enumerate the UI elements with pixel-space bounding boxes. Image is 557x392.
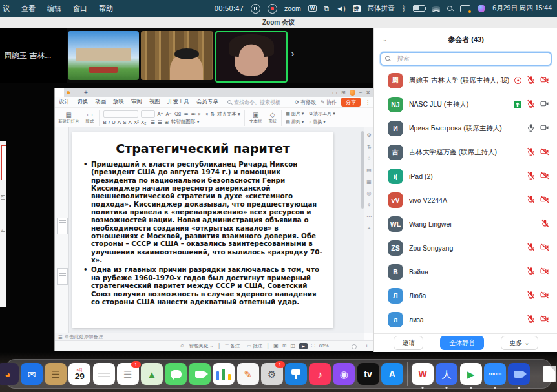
volume-icon[interactable]: ◄) [336, 5, 346, 12]
participant-row[interactable]: ллиза [374, 307, 557, 331]
mic-muted-icon[interactable] [527, 314, 535, 325]
collaborate-button[interactable]: ✎ 协作 [321, 99, 337, 106]
indent-icons[interactable]: ⇤ ⇥ [198, 111, 208, 117]
participant-search-input[interactable]: 搜索 [380, 52, 552, 66]
align-left-icon[interactable]: ☰ [151, 119, 155, 125]
modified-status[interactable]: ⟳ 有修改 [295, 99, 316, 106]
video-tile-campus[interactable] [68, 31, 139, 80]
frame-icon[interactable]: ✧ [367, 202, 372, 208]
star-icon[interactable]: ☆ [366, 156, 371, 161]
smart-graphic-button[interactable]: 转智能图形 ▾ [171, 119, 199, 125]
transitions-icon[interactable]: ⇅ [367, 144, 372, 150]
camera-on-icon[interactable] [540, 99, 549, 110]
slide-thumbnail-pane[interactable] [55, 127, 69, 333]
video-tile-books[interactable] [141, 31, 213, 80]
dock-icon-keynote[interactable] [285, 363, 307, 385]
ribbon-tab-1[interactable]: 切换 [77, 98, 88, 106]
dock-icon-file-doc[interactable] [538, 363, 557, 385]
arrange-button[interactable]: ▤ 排列 ▾ [286, 119, 304, 125]
mic-muted-icon[interactable] [527, 170, 535, 182]
more-menu-icon[interactable]: ⋮ [365, 99, 370, 105]
format-mark-6[interactable]: X² [134, 119, 139, 125]
participant-row[interactable]: 周周婉玉 吉林大学 (联席主持人, 我) [374, 68, 557, 92]
format-mark-0[interactable]: B [103, 119, 107, 125]
zoom-out-button[interactable]: − [333, 343, 336, 349]
line-spacing-icon[interactable]: ⇅ [211, 111, 215, 117]
pause-recording-button[interactable] [251, 4, 260, 14]
slideshow-play-button[interactable]: ▶ [299, 343, 308, 349]
menu-item-0[interactable]: 议 [3, 4, 10, 14]
ribbon-tab-3[interactable]: 放映 [113, 98, 124, 106]
wps-menubar-icon[interactable]: W [308, 5, 317, 12]
ribbon-tab-4[interactable]: 审阅 [131, 98, 142, 106]
next-videos-arrow[interactable]: › [291, 48, 295, 59]
properties-icon[interactable]: ⚙ [366, 132, 371, 138]
dock-icon-tv[interactable]: tv [357, 363, 379, 385]
bullet-list-icon[interactable]: ≔ [184, 111, 189, 117]
participant-row[interactable]: i(iPad (2) [374, 164, 557, 188]
menu-item-3[interactable]: 窗口 [73, 4, 87, 14]
spotlight-search-icon[interactable] [447, 6, 453, 12]
participant-row[interactable]: 吉吉林大学赵万鑫 (联席主持人) [374, 140, 557, 164]
dock-icon-blue-figure-app[interactable]: 人 [436, 363, 457, 385]
participant-row[interactable]: ВВэйян [374, 260, 557, 284]
dock-icon-app-store[interactable]: A [381, 363, 403, 385]
battery-icon[interactable] [413, 5, 425, 12]
beautify-button[interactable]: 智能美化 ⌄ [189, 343, 213, 349]
command-search[interactable]: 查找命令、搜索模板 [227, 99, 280, 106]
font-size-select[interactable] [141, 110, 155, 118]
number-list-icon[interactable]: ≕ [191, 111, 196, 117]
normal-view-icon[interactable]: ▣ [273, 343, 278, 349]
zoom-percent[interactable]: 88% [319, 343, 329, 349]
format-mark-3[interactable]: A [118, 119, 121, 125]
gallery-icon[interactable]: ▦ [366, 179, 372, 185]
camera-off-icon[interactable] [540, 242, 549, 254]
participant-row[interactable]: WLWang Lingwei [374, 212, 557, 236]
dock-icon-firefox[interactable]: ◕ [0, 363, 19, 385]
table-icon[interactable]: ⊞ [165, 119, 169, 125]
slide-canvas[interactable]: Стратегический паритет Пришедший к власт… [72, 132, 333, 328]
share-button[interactable]: 分享 [341, 98, 361, 107]
zoom-menubar-app[interactable]: zoom [284, 5, 301, 12]
new-slide-button[interactable]: ▦ 新建幻灯片 [55, 108, 83, 128]
more-button[interactable]: 更多 ⌄ [501, 336, 538, 350]
dock-icon-reminders[interactable]: ☰1 [117, 363, 139, 385]
close-button[interactable]: ✕ [366, 90, 370, 96]
mic-muted-icon[interactable] [527, 147, 535, 158]
dock-icon-contacts[interactable]: ☰ [45, 363, 67, 385]
format-mark-1[interactable]: I [109, 119, 110, 125]
format-mark-2[interactable]: U [112, 119, 116, 125]
bluetooth-icon[interactable]: ᛒ [402, 5, 406, 12]
picture-button[interactable]: ▦ 图片 ▾ [286, 110, 304, 117]
notes-toggle[interactable]: ☰ 备注 · [225, 343, 243, 349]
account-avatar[interactable] [350, 90, 355, 96]
replace-button[interactable]: ⌕ 替换 ▾ [309, 119, 335, 125]
slide-thumbnail[interactable] [57, 218, 68, 234]
font-increase-button[interactable]: A⁺ [158, 111, 163, 117]
control-center-icon[interactable] [460, 5, 470, 12]
ime-badge-icon[interactable]: 拼 [353, 5, 361, 12]
participant-row[interactable]: ЛЛюба [374, 284, 557, 307]
font-decrease-button[interactable]: A⁻ [165, 111, 171, 117]
ribbon-tab-0[interactable]: 设计 [59, 98, 70, 106]
video-tile-name[interactable]: 周婉玉 吉林... [0, 28, 67, 83]
zoom-in-button[interactable]: + [365, 343, 368, 349]
shape-button[interactable]: ◇ 形状 [265, 108, 280, 128]
mute-all-button[interactable]: 全体静音 [440, 336, 484, 350]
dock-icon-facetime[interactable] [189, 363, 211, 385]
align-text-button[interactable]: 对齐文本 ▾ [217, 111, 240, 118]
menu-item-4[interactable]: 帮助 [99, 4, 113, 14]
fit-icon[interactable]: ⛶ [311, 343, 315, 349]
camera-off-icon[interactable] [540, 290, 549, 302]
stop-recording-button[interactable] [268, 4, 277, 14]
sorter-view-icon[interactable]: ⊞ [282, 343, 287, 349]
mic-muted-icon[interactable] [527, 242, 535, 254]
clear-format-icon[interactable]: ⌫ [174, 111, 181, 117]
slide-thumbnail[interactable] [57, 268, 68, 285]
camera-off-icon[interactable] [540, 170, 549, 182]
align-center-icon[interactable]: ☱ [158, 119, 162, 125]
dock-icon-mail[interactable]: ✉ [21, 363, 43, 385]
mic-muted-icon[interactable] [527, 290, 535, 302]
new-tab-button[interactable]: + [84, 90, 88, 96]
menu-item-2[interactable]: 编辑 [47, 4, 61, 14]
